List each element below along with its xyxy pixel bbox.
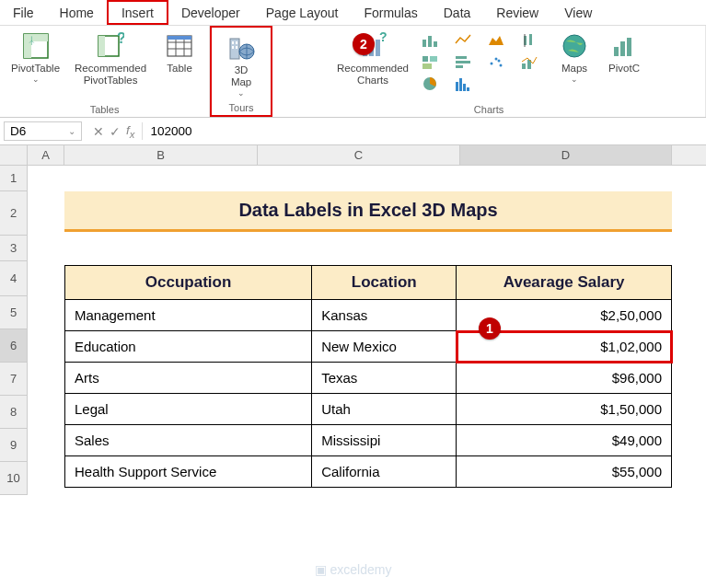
row-header-1[interactable]: 1 (0, 166, 28, 191)
svg-rect-22 (422, 40, 426, 47)
maps-button[interactable]: Maps ⌄ (552, 29, 596, 86)
table-row: Health Support Service California $55,00… (65, 456, 672, 488)
tours-group-label: Tours (229, 102, 254, 113)
col-header-d[interactable]: D (460, 145, 672, 165)
callout-1: 1 (479, 317, 501, 340)
svg-rect-23 (428, 36, 432, 47)
cell[interactable]: Education (65, 331, 312, 363)
cancel-icon[interactable]: ✕ (93, 124, 104, 139)
table-label: Table (167, 63, 192, 75)
name-box-value: D6 (10, 124, 26, 138)
row-header-8[interactable]: 8 (0, 396, 28, 429)
cell[interactable]: New Mexico (312, 331, 457, 363)
svg-rect-15 (232, 46, 234, 49)
chevron-down-icon: ⌄ (237, 88, 245, 98)
line-chart-icon[interactable] (453, 31, 473, 48)
3d-map-button[interactable]: 3D Map ⌄ (219, 31, 263, 100)
table-icon (165, 31, 194, 61)
table-header-row: Occupation Location Avearage Salary (65, 266, 672, 300)
formula-bar: D6 ⌄ ✕ ✓ fx 102000 (0, 118, 706, 145)
select-all-corner[interactable] (0, 145, 28, 165)
pivot-chart-button[interactable]: PivotC (602, 29, 646, 76)
cell[interactable]: $49,000 (457, 425, 672, 456)
svg-rect-47 (614, 47, 619, 56)
col-header-a[interactable]: A (28, 145, 64, 165)
chart-type-grid (420, 29, 547, 94)
ribbon-group-charts: ? Recommended Charts (272, 26, 706, 117)
row-header-7[interactable]: 7 (0, 363, 28, 396)
cell[interactable]: $55,000 (457, 456, 672, 488)
name-box[interactable]: D6 ⌄ (4, 121, 82, 141)
cell[interactable]: $1,50,000 (457, 394, 672, 425)
pivot-chart-label: PivotC (608, 63, 640, 75)
area-chart-icon[interactable] (486, 31, 506, 48)
enter-icon[interactable]: ✓ (110, 124, 121, 139)
svg-rect-29 (422, 56, 428, 62)
svg-point-37 (500, 64, 503, 67)
menu-file[interactable]: File (0, 0, 47, 25)
formula-input[interactable]: 102000 (142, 122, 706, 140)
menu-review[interactable]: Review (483, 0, 551, 25)
svg-rect-31 (422, 63, 432, 69)
column-chart-icon[interactable] (420, 31, 440, 48)
menu-home[interactable]: Home (47, 0, 107, 25)
svg-point-35 (491, 63, 493, 65)
row-header-4[interactable]: 4 (0, 261, 28, 296)
svg-rect-16 (236, 46, 237, 49)
cell[interactable]: Sales (65, 425, 312, 456)
row-header-10[interactable]: 10 (0, 462, 28, 495)
svg-rect-24 (434, 41, 437, 47)
cell[interactable]: Mississipi (312, 425, 457, 456)
table-button[interactable]: Table (157, 29, 202, 76)
header-salary[interactable]: Avearage Salary (457, 266, 672, 300)
stock-chart-icon[interactable] (519, 31, 539, 48)
svg-rect-13 (232, 41, 234, 44)
svg-rect-14 (236, 41, 237, 44)
pivot-table-button[interactable]: PivotTable ⌄ (7, 29, 64, 86)
watermark-icon: ▣ (315, 562, 327, 577)
cell[interactable]: Management (65, 300, 312, 331)
svg-rect-39 (522, 63, 526, 69)
svg-rect-27 (529, 34, 532, 45)
header-occupation[interactable]: Occupation (65, 266, 312, 300)
cell[interactable]: $96,000 (457, 363, 672, 394)
menu-data[interactable]: Data (431, 0, 484, 25)
hierarchy-chart-icon[interactable] (420, 53, 440, 70)
histogram-icon[interactable] (453, 75, 473, 92)
cell[interactable]: California (312, 456, 457, 488)
row-header-9[interactable]: 9 (0, 429, 28, 462)
svg-rect-12 (230, 39, 239, 59)
cell[interactable]: Kansas (312, 300, 457, 331)
recommended-pivot-icon: ? (96, 31, 125, 61)
data-title: Data Labels in Excel 3D Maps (64, 191, 672, 232)
recommended-pivot-button[interactable]: ? Recommended PivotTables (69, 29, 152, 88)
menu-developer[interactable]: Developer (168, 0, 253, 25)
row-header-3[interactable]: 3 (0, 236, 28, 261)
fx-icon[interactable]: fx (126, 123, 134, 140)
menu-page-layout[interactable]: Page Layout (253, 0, 352, 25)
col-header-b[interactable]: B (64, 145, 258, 165)
svg-rect-45 (467, 87, 469, 91)
col-header-c[interactable]: C (258, 145, 460, 165)
cell[interactable]: Arts (65, 363, 312, 394)
menu-formulas[interactable]: Formulas (351, 0, 430, 25)
recommended-charts-label: Recommended Charts (337, 63, 409, 86)
table-row: Management Kansas $2,50,000 (65, 300, 672, 331)
header-location[interactable]: Location (312, 266, 457, 300)
menu-view[interactable]: View (551, 0, 605, 25)
cell[interactable]: Texas (312, 363, 457, 394)
row-header-6[interactable]: 6 (0, 329, 28, 363)
combo-chart-icon[interactable] (519, 53, 539, 70)
cell[interactable]: Legal (65, 394, 312, 425)
menu-insert[interactable]: Insert (107, 0, 168, 25)
pie-chart-icon[interactable] (420, 75, 440, 92)
svg-rect-34 (456, 65, 463, 68)
bar-chart-icon[interactable] (453, 53, 473, 70)
callout-2: 2 (353, 33, 375, 55)
row-header-2[interactable]: 2 (0, 191, 28, 236)
row-header-5[interactable]: 5 (0, 296, 28, 329)
worksheet: A B C D 1 2 3 4 5 6 7 8 9 10 Data Labels… (0, 145, 706, 495)
scatter-chart-icon[interactable] (486, 53, 506, 70)
cell[interactable]: Utah (312, 394, 457, 425)
cell[interactable]: Health Support Service (65, 456, 312, 488)
